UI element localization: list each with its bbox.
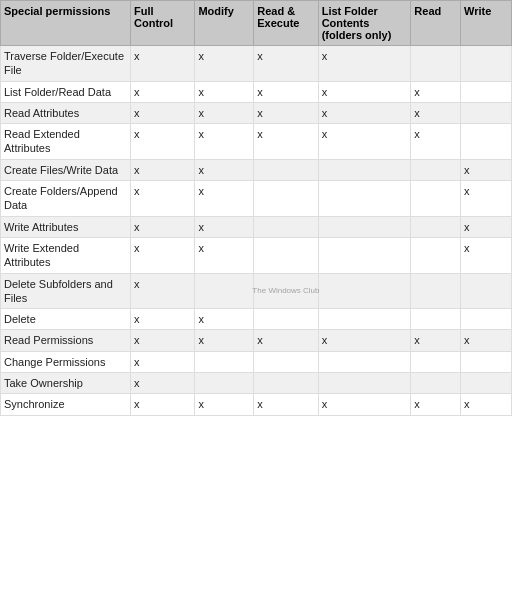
permission-mark-cell: x	[195, 237, 254, 273]
header-special: Special permissions	[1, 1, 131, 46]
permission-mark-cell: x	[195, 330, 254, 351]
check-mark: x	[134, 50, 140, 62]
check-mark: Synchronize	[4, 398, 65, 410]
permission-mark-cell: x	[254, 102, 318, 123]
permission-mark-cell	[318, 237, 411, 273]
check-mark: Delete Subfolders and Files	[4, 278, 113, 304]
permission-mark-cell	[318, 159, 411, 180]
permission-mark-cell: x	[461, 330, 512, 351]
permission-mark-cell: x	[461, 216, 512, 237]
check-mark: x	[464, 185, 470, 197]
permission-mark-cell: x	[195, 309, 254, 330]
permission-mark-cell: x	[131, 351, 195, 372]
permission-mark-cell	[318, 309, 411, 330]
permission-mark-cell: x	[195, 159, 254, 180]
permission-mark-cell	[254, 216, 318, 237]
check-mark: x	[322, 50, 328, 62]
check-mark: x	[414, 398, 420, 410]
permission-mark-cell: x	[131, 216, 195, 237]
table-row: Take Ownershipx	[1, 373, 512, 394]
check-mark: x	[134, 86, 140, 98]
permission-mark-cell: x	[131, 81, 195, 102]
check-mark: Create Folders/Append Data	[4, 185, 118, 211]
check-mark: Read Permissions	[4, 334, 93, 346]
permission-mark-cell	[411, 216, 461, 237]
check-mark: x	[257, 50, 263, 62]
table-row: List Folder/Read Dataxxxxx	[1, 81, 512, 102]
permission-mark-cell: x	[411, 330, 461, 351]
check-mark: x	[198, 313, 204, 325]
permission-mark-cell	[318, 373, 411, 394]
check-mark: x	[134, 377, 140, 389]
permission-mark-cell	[461, 273, 512, 309]
check-mark: x	[198, 86, 204, 98]
check-mark: x	[322, 334, 328, 346]
permission-mark-cell: x	[195, 181, 254, 217]
permission-name-cell: Read Permissions	[1, 330, 131, 351]
permission-mark-cell: x	[131, 181, 195, 217]
table-row: Write Extended Attributesxxx	[1, 237, 512, 273]
permission-name-cell: Take Ownership	[1, 373, 131, 394]
check-mark: x	[257, 398, 263, 410]
permission-mark-cell: x	[195, 216, 254, 237]
check-mark: x	[464, 334, 470, 346]
permission-mark-cell: x	[131, 124, 195, 160]
permission-mark-cell: x	[254, 330, 318, 351]
permission-mark-cell: x	[131, 102, 195, 123]
table-row: Read Attributesxxxxx	[1, 102, 512, 123]
check-mark: Create Files/Write Data	[4, 164, 118, 176]
permission-mark-cell: x	[131, 309, 195, 330]
permission-mark-cell	[318, 216, 411, 237]
table-row: Read Extended Attributesxxxxx	[1, 124, 512, 160]
permission-name-cell: Synchronize	[1, 394, 131, 415]
check-mark: x	[414, 86, 420, 98]
permission-mark-cell	[254, 373, 318, 394]
permission-mark-cell	[318, 273, 411, 309]
permission-name-cell: Read Extended Attributes	[1, 124, 131, 160]
check-mark: x	[464, 242, 470, 254]
check-mark: x	[414, 128, 420, 140]
permission-mark-cell	[195, 351, 254, 372]
permission-mark-cell: x	[131, 159, 195, 180]
check-mark: x	[322, 107, 328, 119]
permission-mark-cell: x	[411, 124, 461, 160]
permission-mark-cell	[318, 351, 411, 372]
permission-mark-cell	[411, 181, 461, 217]
check-mark: Read Attributes	[4, 107, 79, 119]
check-mark: x	[198, 221, 204, 233]
permission-mark-cell: x	[411, 394, 461, 415]
header-read: Read	[411, 1, 461, 46]
check-mark: x	[134, 334, 140, 346]
check-mark: x	[257, 334, 263, 346]
permission-mark-cell: x	[318, 124, 411, 160]
permission-name-cell: Create Folders/Append Data	[1, 181, 131, 217]
check-mark: x	[198, 128, 204, 140]
permission-mark-cell	[254, 159, 318, 180]
header-list-folder: List Folder Contents (folders only)	[318, 1, 411, 46]
permission-name-cell: Delete Subfolders and Files	[1, 273, 131, 309]
check-mark: Write Attributes	[4, 221, 78, 233]
permission-mark-cell: x	[461, 237, 512, 273]
check-mark: Delete	[4, 313, 36, 325]
header-full-control: Full Control	[131, 1, 195, 46]
check-mark: Traverse Folder/Execute File	[4, 50, 124, 76]
permission-mark-cell: x	[411, 102, 461, 123]
permission-mark-cell	[461, 351, 512, 372]
permission-name-cell: Create Files/Write Data	[1, 159, 131, 180]
permission-mark-cell: x	[318, 102, 411, 123]
permission-mark-cell: x	[254, 46, 318, 82]
permission-mark-cell	[195, 373, 254, 394]
check-mark: Write Extended Attributes	[4, 242, 79, 268]
check-mark: x	[257, 107, 263, 119]
permission-mark-cell: x	[411, 81, 461, 102]
check-mark: x	[134, 356, 140, 368]
permission-name-cell: Read Attributes	[1, 102, 131, 123]
permission-mark-cell	[411, 309, 461, 330]
permission-mark-cell: x	[195, 46, 254, 82]
check-mark: x	[464, 221, 470, 233]
permission-mark-cell: x	[195, 394, 254, 415]
check-mark: x	[322, 128, 328, 140]
permission-mark-cell: x	[131, 237, 195, 273]
permission-mark-cell	[411, 159, 461, 180]
check-mark: x	[257, 86, 263, 98]
